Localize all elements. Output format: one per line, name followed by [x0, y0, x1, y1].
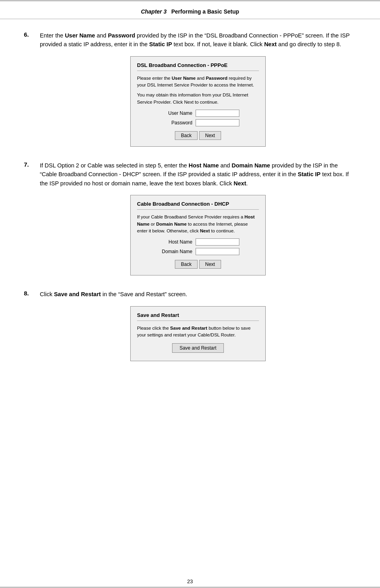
step-7-hostname-input[interactable] [196, 238, 239, 246]
step-7-back-button[interactable]: Back [175, 260, 198, 269]
step-6-password-label: Password [157, 120, 192, 126]
step-8-block: 8. Click Save and Restart in the “Save a… [24, 290, 356, 361]
step-7-domainname-input[interactable] [196, 248, 239, 255]
step-8-content: Click Save and Restart in the “Save and … [40, 290, 356, 361]
step-6-username-input[interactable] [196, 110, 239, 117]
save-and-restart-button[interactable]: Save and Restart [172, 343, 224, 353]
step-6-text: Enter the User Name and Password provide… [40, 31, 356, 49]
step-8-panel: Save and Restart Please click the Save a… [130, 306, 266, 362]
step-8-button-container: Save and Restart [137, 343, 259, 353]
step-7-domainname-row: Domain Name [137, 248, 259, 255]
step-7-panel-desc1: If your Cable Broadband Service Provider… [137, 214, 259, 234]
step-7-next-button[interactable]: Next [199, 260, 221, 269]
step-7-hostname-label: Host Name [157, 239, 192, 245]
step-6-panel-title: DSL Broadband Connection - PPPoE [137, 62, 259, 71]
step-8-number: 8. [24, 290, 40, 297]
step-7-panel: Cable Broadband Connection - DHCP If you… [130, 195, 266, 275]
chapter-header: Chapter 3 Performing a Basic Setup [0, 1, 380, 19]
step-8-text: Click Save and Restart in the “Save and … [40, 290, 356, 299]
chapter-label: Chapter 3 [141, 8, 167, 15]
step-7-domainname-label: Domain Name [157, 249, 192, 254]
step-7-form: Host Name Domain Name [137, 238, 259, 255]
step-7-block: 7. If DSL Option 2 or Cable was selected… [24, 161, 356, 275]
step-7-panel-title: Cable Broadband Connection - DHCP [137, 201, 259, 210]
step-7-content: If DSL Option 2 or Cable was selected in… [40, 161, 356, 275]
step-6-back-button[interactable]: Back [175, 131, 198, 140]
step-8-panel-desc: Please click the Save and Restart button… [137, 325, 259, 339]
page-number: 23 [0, 574, 380, 587]
step-6-block: 6. Enter the User Name and Password prov… [24, 31, 356, 147]
step-7-hostname-row: Host Name [137, 238, 259, 246]
step-6-number: 6. [24, 31, 40, 38]
chapter-title: Performing a Basic Setup [168, 8, 239, 15]
step-6-username-row: User Name [137, 110, 259, 117]
step-6-username-label: User Name [157, 110, 192, 116]
step-7-button-row: Back Next [137, 260, 259, 269]
page-wrapper: Chapter 3 Performing a Basic Setup 6. En… [0, 0, 380, 588]
step-6-panel-desc2: You may obtain this information from you… [137, 92, 259, 106]
step-6-password-input[interactable] [196, 119, 239, 126]
step-6-panel-desc1: Please enter the User Name and Password … [137, 75, 259, 89]
step-7-text: If DSL Option 2 or Cable was selected in… [40, 161, 356, 188]
step-6-form: User Name Password [137, 110, 259, 126]
step-6-next-button[interactable]: Next [199, 131, 221, 140]
step-6-content: Enter the User Name and Password provide… [40, 31, 356, 147]
step-8-panel-title: Save and Restart [137, 312, 259, 321]
content-area: 6. Enter the User Name and Password prov… [0, 19, 380, 574]
step-6-button-row: Back Next [137, 131, 259, 140]
step-6-panel: DSL Broadband Connection - PPPoE Please … [130, 56, 266, 147]
step-6-password-row: Password [137, 119, 259, 126]
step-7-number: 7. [24, 161, 40, 168]
